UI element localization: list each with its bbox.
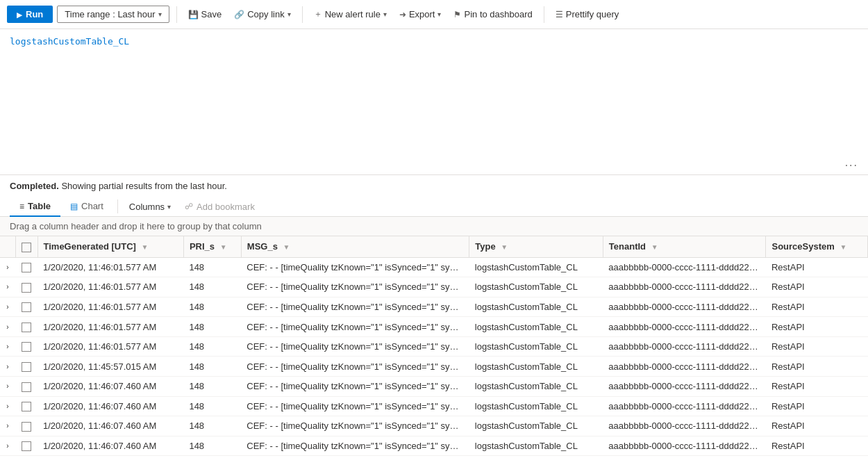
row-expand-3[interactable]: › xyxy=(0,317,15,337)
new-alert-rule-button[interactable]: ＋ New alert rule ▾ xyxy=(310,6,391,23)
checkbox-2[interactable] xyxy=(22,302,31,312)
cell-pri_s-9: 148 xyxy=(183,436,241,456)
table-icon: ≡ xyxy=(19,202,24,211)
cell-timegenerated-2: 1/20/2020, 11:46:01.577 AM xyxy=(37,297,183,317)
filter-icon-pri[interactable]: ▼ xyxy=(220,243,227,251)
col-tenantid-label: TenantId xyxy=(609,241,646,252)
checkbox-5[interactable] xyxy=(22,362,31,372)
export-icon: ➜ xyxy=(399,10,406,19)
col-tenantid-header[interactable]: TenantId ▼ xyxy=(603,236,766,257)
filter-icon-msg[interactable]: ▼ xyxy=(283,243,290,251)
row-expand-4[interactable]: › xyxy=(0,336,15,357)
row-checkbox-9[interactable] xyxy=(15,436,37,456)
add-bookmark-button[interactable]: ☍ Add bookmark xyxy=(178,197,262,216)
checkbox-4[interactable] xyxy=(22,342,31,352)
cell-timegenerated-5: 1/20/2020, 11:45:57.015 AM xyxy=(37,357,183,377)
run-label: Run xyxy=(26,9,43,19)
pin-icon: ⚑ xyxy=(453,10,461,19)
cell-pri_s-7: 148 xyxy=(183,396,241,416)
header-checkbox[interactable] xyxy=(22,243,31,252)
cell-msg_s-4: CEF: - - [timeQuality tzKnown="1" isSync… xyxy=(241,336,469,357)
table-row: ›1/20/2020, 11:46:07.460 AM148CEF: - - [… xyxy=(0,396,868,416)
copy-link-button[interactable]: 🔗 Copy link ▾ xyxy=(230,6,294,22)
cell-tenantid-3: aaabbbbb-0000-cccc-1111-dddd2222eeee xyxy=(603,317,766,337)
row-expand-9[interactable]: › xyxy=(0,436,15,456)
row-expand-2[interactable]: › xyxy=(0,297,15,317)
export-label: Export xyxy=(409,9,435,19)
separator xyxy=(176,6,177,23)
chevron-down-icon3: ▾ xyxy=(383,10,387,18)
columns-button[interactable]: Columns ▾ xyxy=(122,197,178,216)
col-pri-label: PRI_s xyxy=(190,241,215,252)
pin-to-dashboard-button[interactable]: ⚑ Pin to dashboard xyxy=(449,6,536,22)
row-checkbox-8[interactable] xyxy=(15,416,37,437)
row-expand-1[interactable]: › xyxy=(0,277,15,297)
cell-tenantid-9: aaabbbbb-0000-cccc-1111-dddd2222eeee xyxy=(603,436,766,456)
time-range-button[interactable]: Time range : Last hour ▾ xyxy=(57,6,169,23)
row-checkbox-1[interactable] xyxy=(15,277,37,297)
time-range-label: Time range : Last hour xyxy=(65,9,155,19)
filter-icon-timegenerated[interactable]: ▼ xyxy=(142,243,149,251)
cell-sourcesystem-2: RestAPI xyxy=(766,297,868,317)
prettify-query-button[interactable]: ☰ Prettify query xyxy=(551,6,624,22)
cell-msg_s-0: CEF: - - [timeQuality tzKnown="1" isSync… xyxy=(241,257,469,277)
query-editor[interactable]: logstashCustomTable_CL ... xyxy=(0,29,868,175)
filter-icon-type[interactable]: ▼ xyxy=(501,243,508,251)
tab-table[interactable]: ≡ Table xyxy=(10,197,60,217)
row-checkbox-0[interactable] xyxy=(15,257,37,277)
col-type-header[interactable]: Type ▼ xyxy=(469,236,603,257)
table-row: ›1/20/2020, 11:46:07.460 AM148CEF: - - [… xyxy=(0,436,868,456)
checkbox-8[interactable] xyxy=(22,422,31,432)
row-checkbox-6[interactable] xyxy=(15,376,37,396)
copy-link-label: Copy link xyxy=(247,9,284,19)
row-expand-6[interactable]: › xyxy=(0,376,15,396)
col-check-header[interactable] xyxy=(15,236,37,257)
col-timegenerated-header[interactable]: TimeGenerated [UTC] ▼ xyxy=(37,236,183,257)
row-checkbox-2[interactable] xyxy=(15,297,37,317)
checkbox-7[interactable] xyxy=(22,402,31,411)
table-row: ›1/20/2020, 11:46:01.577 AM148CEF: - - [… xyxy=(0,257,868,277)
results-table: TimeGenerated [UTC] ▼ PRI_s ▼ MSG_s ▼ Ty… xyxy=(0,236,868,456)
row-checkbox-5[interactable] xyxy=(15,357,37,377)
chevron-down-icon: ▾ xyxy=(158,10,162,18)
table-row: ›1/20/2020, 11:46:01.577 AM148CEF: - - [… xyxy=(0,277,868,297)
new-alert-rule-label: New alert rule xyxy=(325,9,381,19)
col-msg-header[interactable]: MSG_s ▼ xyxy=(241,236,469,257)
cell-sourcesystem-8: RestAPI xyxy=(766,416,868,437)
run-button[interactable]: Run xyxy=(7,6,53,23)
tab-chart[interactable]: ▤ Chart xyxy=(60,197,113,217)
cell-sourcesystem-7: RestAPI xyxy=(766,396,868,416)
filter-icon-sourcesystem[interactable]: ▼ xyxy=(840,243,846,251)
add-bookmark-label: Add bookmark xyxy=(197,202,255,212)
row-expand-0[interactable]: › xyxy=(0,257,15,277)
cell-type-9: logstashCustomTable_CL xyxy=(469,436,603,456)
prettify-query-label: Prettify query xyxy=(566,9,619,19)
row-expand-5[interactable]: › xyxy=(0,357,15,377)
filter-icon-tenantid[interactable]: ▼ xyxy=(651,243,658,251)
cell-timegenerated-1: 1/20/2020, 11:46:01.577 AM xyxy=(37,277,183,297)
row-expand-7[interactable]: › xyxy=(0,396,15,416)
col-pri-header[interactable]: PRI_s ▼ xyxy=(183,236,241,257)
col-sourcesystem-header[interactable]: SourceSystem ▼ xyxy=(766,236,868,257)
checkbox-9[interactable] xyxy=(22,441,31,451)
row-checkbox-4[interactable] xyxy=(15,336,37,357)
cell-msg_s-5: CEF: - - [timeQuality tzKnown="1" isSync… xyxy=(241,357,469,377)
save-button[interactable]: 💾 Save xyxy=(184,6,226,22)
cell-tenantid-4: aaabbbbb-0000-cccc-1111-dddd2222eeee xyxy=(603,336,766,357)
checkbox-6[interactable] xyxy=(22,382,31,392)
row-checkbox-7[interactable] xyxy=(15,396,37,416)
row-checkbox-3[interactable] xyxy=(15,317,37,337)
cell-type-3: logstashCustomTable_CL xyxy=(469,317,603,337)
cell-pri_s-1: 148 xyxy=(183,277,241,297)
cell-msg_s-7: CEF: - - [timeQuality tzKnown="1" isSync… xyxy=(241,396,469,416)
export-button[interactable]: ➜ Export ▾ xyxy=(395,6,446,22)
chevron-down-icon4: ▾ xyxy=(437,10,441,18)
results-table-wrap[interactable]: TimeGenerated [UTC] ▼ PRI_s ▼ MSG_s ▼ Ty… xyxy=(0,236,868,456)
cell-tenantid-1: aaabbbbb-0000-cccc-1111-dddd2222eeee xyxy=(603,277,766,297)
table-body: ›1/20/2020, 11:46:01.577 AM148CEF: - - [… xyxy=(0,257,868,456)
checkbox-0[interactable] xyxy=(22,263,31,272)
cell-pri_s-4: 148 xyxy=(183,336,241,357)
checkbox-3[interactable] xyxy=(22,323,31,332)
checkbox-1[interactable] xyxy=(22,283,31,293)
row-expand-8[interactable]: › xyxy=(0,416,15,437)
